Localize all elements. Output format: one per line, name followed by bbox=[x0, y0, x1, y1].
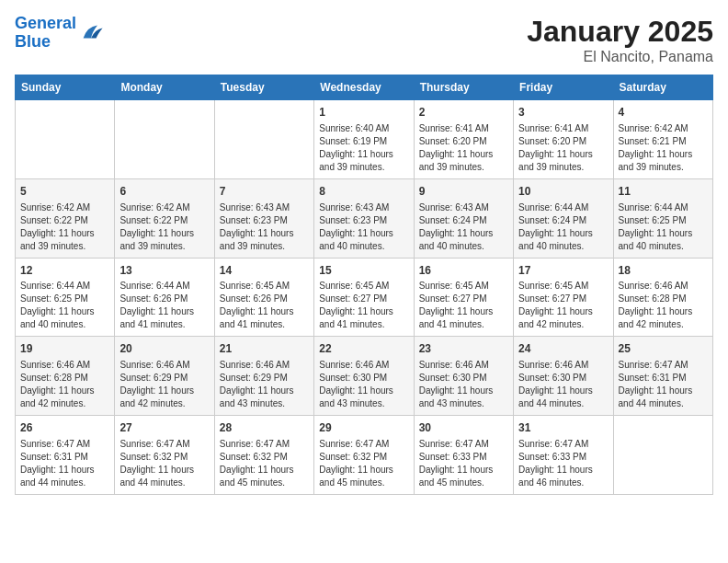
day-info: Sunrise: 6:45 AM Sunset: 6:27 PM Dayligh… bbox=[419, 280, 508, 331]
day-info: Sunrise: 6:47 AM Sunset: 6:31 PM Dayligh… bbox=[619, 359, 708, 410]
calendar-cell: 20Sunrise: 6:46 AM Sunset: 6:29 PM Dayli… bbox=[115, 337, 214, 416]
col-header-saturday: Saturday bbox=[613, 75, 712, 100]
calendar-cell: 24Sunrise: 6:46 AM Sunset: 6:30 PM Dayli… bbox=[514, 337, 613, 416]
day-number: 10 bbox=[518, 184, 608, 200]
day-info: Sunrise: 6:47 AM Sunset: 6:33 PM Dayligh… bbox=[518, 438, 608, 489]
calendar-cell: 7Sunrise: 6:43 AM Sunset: 6:23 PM Daylig… bbox=[214, 178, 313, 258]
day-number: 15 bbox=[319, 263, 408, 279]
day-number: 1 bbox=[319, 105, 408, 121]
calendar-cell bbox=[115, 100, 214, 179]
calendar-cell: 4Sunrise: 6:42 AM Sunset: 6:21 PM Daylig… bbox=[613, 100, 712, 179]
day-number: 2 bbox=[419, 105, 508, 121]
day-info: Sunrise: 6:47 AM Sunset: 6:32 PM Dayligh… bbox=[119, 438, 209, 489]
day-number: 19 bbox=[20, 341, 109, 357]
day-number: 22 bbox=[319, 341, 408, 357]
day-info: Sunrise: 6:46 AM Sunset: 6:29 PM Dayligh… bbox=[220, 359, 309, 410]
calendar-week-row: 26Sunrise: 6:47 AM Sunset: 6:31 PM Dayli… bbox=[16, 416, 713, 495]
day-info: Sunrise: 6:44 AM Sunset: 6:25 PM Dayligh… bbox=[619, 201, 708, 253]
day-number: 6 bbox=[119, 184, 209, 200]
day-number: 7 bbox=[220, 184, 309, 200]
calendar-week-row: 12Sunrise: 6:44 AM Sunset: 6:25 PM Dayli… bbox=[16, 258, 713, 337]
day-info: Sunrise: 6:45 AM Sunset: 6:26 PM Dayligh… bbox=[220, 280, 309, 331]
day-number: 20 bbox=[119, 341, 209, 357]
day-number: 18 bbox=[619, 263, 708, 279]
calendar-cell: 18Sunrise: 6:46 AM Sunset: 6:28 PM Dayli… bbox=[613, 258, 712, 337]
day-info: Sunrise: 6:44 AM Sunset: 6:26 PM Dayligh… bbox=[119, 280, 209, 331]
day-info: Sunrise: 6:46 AM Sunset: 6:30 PM Dayligh… bbox=[319, 359, 408, 410]
calendar-week-row: 19Sunrise: 6:46 AM Sunset: 6:28 PM Dayli… bbox=[16, 337, 713, 416]
calendar-cell: 19Sunrise: 6:46 AM Sunset: 6:28 PM Dayli… bbox=[16, 337, 115, 416]
calendar-cell: 27Sunrise: 6:47 AM Sunset: 6:32 PM Dayli… bbox=[115, 416, 214, 495]
day-number: 4 bbox=[619, 105, 708, 121]
col-header-friday: Friday bbox=[514, 75, 613, 100]
day-number: 23 bbox=[419, 341, 508, 357]
calendar-cell: 1Sunrise: 6:40 AM Sunset: 6:19 PM Daylig… bbox=[314, 100, 414, 179]
page-header: GeneralBlue January 2025 El Nancito, Pan… bbox=[15, 15, 713, 65]
calendar-header-row: SundayMondayTuesdayWednesdayThursdayFrid… bbox=[16, 75, 713, 100]
day-info: Sunrise: 6:47 AM Sunset: 6:32 PM Dayligh… bbox=[319, 438, 408, 489]
calendar-cell: 26Sunrise: 6:47 AM Sunset: 6:31 PM Dayli… bbox=[16, 416, 115, 495]
calendar-cell bbox=[214, 100, 313, 179]
day-info: Sunrise: 6:46 AM Sunset: 6:30 PM Dayligh… bbox=[419, 359, 508, 410]
day-info: Sunrise: 6:47 AM Sunset: 6:33 PM Dayligh… bbox=[419, 438, 508, 489]
day-info: Sunrise: 6:42 AM Sunset: 6:22 PM Dayligh… bbox=[119, 201, 209, 253]
calendar-cell: 10Sunrise: 6:44 AM Sunset: 6:24 PM Dayli… bbox=[514, 178, 613, 258]
calendar-cell: 21Sunrise: 6:46 AM Sunset: 6:29 PM Dayli… bbox=[214, 337, 313, 416]
calendar-cell: 22Sunrise: 6:46 AM Sunset: 6:30 PM Dayli… bbox=[314, 337, 414, 416]
calendar-week-row: 5Sunrise: 6:42 AM Sunset: 6:22 PM Daylig… bbox=[16, 178, 713, 258]
day-number: 27 bbox=[119, 420, 209, 436]
day-number: 28 bbox=[220, 420, 309, 436]
calendar-cell: 3Sunrise: 6:41 AM Sunset: 6:20 PM Daylig… bbox=[514, 100, 613, 179]
calendar-cell: 28Sunrise: 6:47 AM Sunset: 6:32 PM Dayli… bbox=[214, 416, 313, 495]
day-number: 21 bbox=[220, 341, 309, 357]
day-number: 29 bbox=[319, 420, 408, 436]
calendar-cell bbox=[16, 100, 115, 179]
day-info: Sunrise: 6:46 AM Sunset: 6:30 PM Dayligh… bbox=[518, 359, 608, 410]
calendar-cell: 15Sunrise: 6:45 AM Sunset: 6:27 PM Dayli… bbox=[314, 258, 414, 337]
calendar-cell: 5Sunrise: 6:42 AM Sunset: 6:22 PM Daylig… bbox=[16, 178, 115, 258]
col-header-tuesday: Tuesday bbox=[214, 75, 313, 100]
calendar-cell: 13Sunrise: 6:44 AM Sunset: 6:26 PM Dayli… bbox=[115, 258, 214, 337]
page-subtitle: El Nancito, Panama bbox=[527, 49, 713, 65]
col-header-sunday: Sunday bbox=[16, 75, 115, 100]
calendar-table: SundayMondayTuesdayWednesdayThursdayFrid… bbox=[15, 75, 713, 495]
day-number: 31 bbox=[518, 420, 608, 436]
day-number: 11 bbox=[619, 184, 708, 200]
day-info: Sunrise: 6:42 AM Sunset: 6:21 PM Dayligh… bbox=[619, 122, 708, 174]
calendar-cell: 9Sunrise: 6:43 AM Sunset: 6:24 PM Daylig… bbox=[414, 178, 513, 258]
day-info: Sunrise: 6:47 AM Sunset: 6:32 PM Dayligh… bbox=[220, 438, 309, 489]
day-info: Sunrise: 6:46 AM Sunset: 6:28 PM Dayligh… bbox=[20, 359, 109, 410]
day-info: Sunrise: 6:43 AM Sunset: 6:23 PM Dayligh… bbox=[220, 201, 309, 253]
day-info: Sunrise: 6:44 AM Sunset: 6:24 PM Dayligh… bbox=[518, 201, 608, 253]
calendar-cell: 25Sunrise: 6:47 AM Sunset: 6:31 PM Dayli… bbox=[613, 337, 712, 416]
calendar-cell: 11Sunrise: 6:44 AM Sunset: 6:25 PM Dayli… bbox=[613, 178, 712, 258]
day-info: Sunrise: 6:41 AM Sunset: 6:20 PM Dayligh… bbox=[419, 122, 508, 174]
day-number: 14 bbox=[220, 263, 309, 279]
day-info: Sunrise: 6:45 AM Sunset: 6:27 PM Dayligh… bbox=[319, 280, 408, 331]
day-number: 9 bbox=[419, 184, 508, 200]
day-info: Sunrise: 6:45 AM Sunset: 6:27 PM Dayligh… bbox=[518, 280, 608, 331]
day-number: 13 bbox=[119, 263, 209, 279]
day-number: 5 bbox=[20, 184, 109, 200]
day-number: 26 bbox=[20, 420, 109, 436]
calendar-week-row: 1Sunrise: 6:40 AM Sunset: 6:19 PM Daylig… bbox=[16, 100, 713, 179]
day-info: Sunrise: 6:46 AM Sunset: 6:28 PM Dayligh… bbox=[619, 280, 708, 331]
day-info: Sunrise: 6:43 AM Sunset: 6:24 PM Dayligh… bbox=[419, 201, 508, 253]
logo-text: GeneralBlue bbox=[15, 15, 76, 52]
day-info: Sunrise: 6:43 AM Sunset: 6:23 PM Dayligh… bbox=[319, 201, 408, 253]
calendar-cell: 14Sunrise: 6:45 AM Sunset: 6:26 PM Dayli… bbox=[214, 258, 313, 337]
day-info: Sunrise: 6:44 AM Sunset: 6:25 PM Dayligh… bbox=[20, 280, 109, 331]
logo: GeneralBlue bbox=[15, 15, 104, 52]
col-header-wednesday: Wednesday bbox=[314, 75, 414, 100]
page-title: January 2025 bbox=[527, 15, 713, 49]
logo-bird-icon bbox=[78, 20, 104, 46]
day-number: 30 bbox=[419, 420, 508, 436]
calendar-cell: 31Sunrise: 6:47 AM Sunset: 6:33 PM Dayli… bbox=[514, 416, 613, 495]
day-number: 16 bbox=[419, 263, 508, 279]
day-number: 24 bbox=[518, 341, 608, 357]
day-info: Sunrise: 6:40 AM Sunset: 6:19 PM Dayligh… bbox=[319, 122, 408, 174]
day-info: Sunrise: 6:41 AM Sunset: 6:20 PM Dayligh… bbox=[518, 122, 608, 174]
day-number: 25 bbox=[619, 341, 708, 357]
calendar-cell: 16Sunrise: 6:45 AM Sunset: 6:27 PM Dayli… bbox=[414, 258, 513, 337]
calendar-cell bbox=[613, 416, 712, 495]
